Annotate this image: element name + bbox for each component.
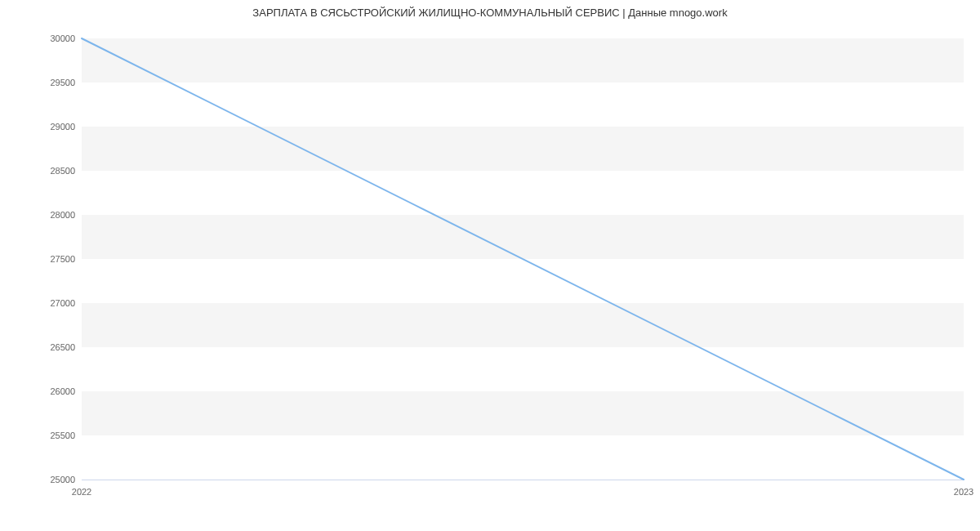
y-tick-label: 29000 [26,122,75,132]
y-tick-label: 26500 [26,342,75,352]
x-tick-label: 2023 [954,487,973,497]
chart-title: ЗАРПЛАТА В СЯСЬСТРОЙСКИЙ ЖИЛИЩНО-КОММУНА… [0,7,980,19]
y-tick-label: 27500 [26,254,75,264]
chart-container: ЗАРПЛАТА В СЯСЬСТРОЙСКИЙ ЖИЛИЩНО-КОММУНА… [0,0,980,531]
plot-area [82,38,964,480]
y-tick-label: 29500 [26,78,75,87]
y-tick-label: 28000 [26,210,75,220]
y-tick-label: 27000 [26,298,75,308]
x-tick-label: 2022 [72,487,91,497]
y-tick-label: 25000 [26,475,75,484]
y-tick-label: 28500 [26,166,75,176]
line-series [82,38,964,480]
y-tick-label: 25500 [26,431,75,440]
y-tick-label: 26000 [26,386,75,396]
y-tick-label: 30000 [26,33,75,43]
